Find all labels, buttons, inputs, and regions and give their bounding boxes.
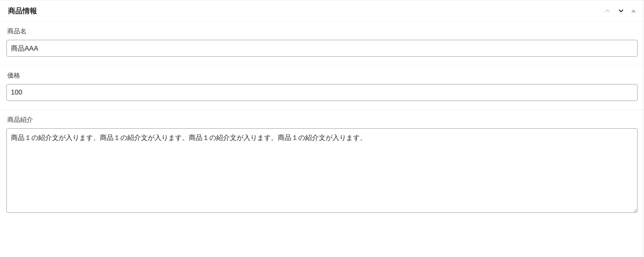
- product-name-field: 商品名: [0, 22, 644, 66]
- product-intro-label: 商品紹介: [7, 116, 638, 124]
- price-label: 価格: [7, 72, 638, 80]
- panel-header: 商品情報: [0, 0, 644, 22]
- product-intro-field: 商品紹介: [0, 110, 644, 223]
- price-input[interactable]: [6, 84, 638, 101]
- chevron-down-icon[interactable]: [617, 7, 625, 14]
- product-intro-textarea[interactable]: [6, 128, 638, 213]
- product-name-input[interactable]: [6, 40, 638, 57]
- price-field: 価格: [0, 66, 644, 110]
- product-name-label: 商品名: [7, 27, 638, 36]
- product-info-panel: 商品情報 商品名 価格 商品紹介: [0, 0, 644, 223]
- chevron-up-icon[interactable]: [604, 7, 611, 14]
- panel-controls: [604, 7, 636, 14]
- triangle-up-icon[interactable]: [631, 9, 636, 12]
- panel-title: 商品情報: [8, 6, 37, 16]
